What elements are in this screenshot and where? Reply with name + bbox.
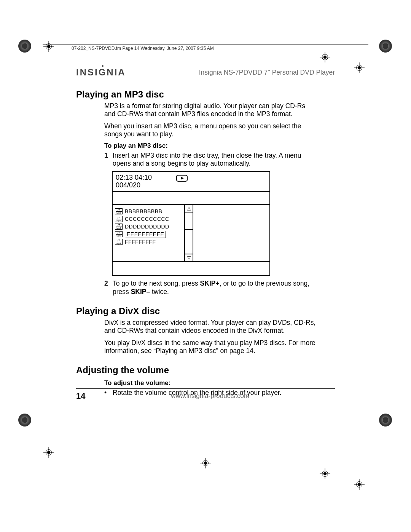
print-meta-header: 07-202_NS-7PDVDD.fm Page 14 Wednesday, J… (72, 46, 214, 51)
screen-list-row: ITMp3 BBBBBBBBBB ITMp3 CCCCCCCCCCC ITMp3… (113, 205, 269, 262)
preview-pane (193, 205, 269, 261)
product-name: Insignia NS-7PDVDD 7" Personal DVD Playe… (199, 69, 335, 77)
crop-crosshair (200, 458, 211, 468)
screen-status-text: 02:13 04:10 004/020 (116, 174, 152, 189)
mp3-badge-icon: ITMp3 (115, 231, 123, 237)
page-content: INSIGNIA Insignia NS-7PDVDD 7" Personal … (76, 67, 335, 400)
screen-status-row: 02:13 04:10 004/020 (113, 172, 269, 192)
screen-blank-row (113, 192, 269, 205)
mp3-body: MP3 is a format for storing digital audi… (104, 102, 317, 296)
step-text: Insert an MP3 disc into the disc tray, t… (113, 152, 317, 168)
crop-crosshair (43, 41, 54, 52)
mp3-badge-icon: ITMp3 (115, 224, 123, 230)
scroll-down-icon: ▽ (185, 254, 193, 261)
screen-bottom-row (113, 262, 269, 275)
file-name: DDDDDDDDDDD (125, 224, 169, 230)
screen-track: 004/020 (116, 182, 152, 189)
mp3-para-2: When you insert an MP3 disc, a menu open… (104, 122, 317, 139)
screen-time: 02:13 04:10 (116, 174, 152, 182)
file-name: BBBBBBBBBB (125, 208, 162, 215)
step-number: 2 (104, 280, 113, 296)
file-name: CCCCCCCCCCC (125, 216, 169, 222)
heading-divx: Playing a DivX disc (76, 306, 335, 316)
crop-crosshair (320, 468, 330, 479)
crop-ornament (379, 40, 392, 53)
key-skip-minus: SKIP– (131, 288, 150, 296)
crop-rule (43, 44, 368, 45)
crop-crosshair (320, 52, 330, 62)
file-item: ITMp3 DDDDDDDDDDD (115, 223, 182, 230)
step-number: 1 (104, 152, 113, 168)
svg-marker-1 (181, 177, 184, 180)
file-item: ITMp3 FFFFFFFFF (115, 238, 182, 245)
divx-body: DivX is a compressed video format. Your … (104, 319, 317, 355)
crop-crosshair (354, 479, 365, 490)
crop-ornament (18, 40, 31, 53)
step-text: To go to the next song, press SKIP+, or … (113, 280, 317, 296)
page-number: 14 (76, 391, 85, 401)
crop-crosshair (354, 62, 365, 73)
heading-mp3: Playing an MP3 disc (76, 89, 335, 100)
crop-crosshair (43, 447, 54, 458)
mp3-badge-icon: ITMp3 (115, 216, 123, 222)
mp3-step-1: 1 Insert an MP3 disc into the disc tray,… (104, 152, 317, 168)
scrollbar: △ ▽ (184, 205, 193, 261)
footer-url: www.insignia-products.com (171, 392, 249, 400)
mp3-subhead: To play an MP3 disc: (104, 142, 317, 150)
divx-para-1: DivX is a compressed video format. Your … (104, 319, 317, 335)
divx-para-2: You play DivX discs in the same way that… (104, 339, 317, 355)
file-item-selected: ITMp3 EEEEEEEEEE (115, 231, 182, 238)
scroll-up-icon: △ (185, 205, 193, 212)
mp3-menu-screenshot: 02:13 04:10 004/020 ITMp3 BBBBBBBBBB (112, 171, 270, 276)
file-name: EEEEEEEEEE (125, 231, 166, 238)
play-icon (176, 175, 188, 184)
scroll-track (185, 212, 193, 254)
crop-ornament (18, 414, 31, 427)
volume-subhead: To adjust the volume: (104, 379, 317, 387)
page-footer: 14 www.insignia-products.com (76, 388, 335, 401)
key-skip-plus: SKIP+ (200, 280, 220, 287)
heading-volume: Adjusting the volume (76, 365, 335, 375)
file-item: ITMp3 CCCCCCCCCCC (115, 216, 182, 222)
brand-logo: INSIGNIA (76, 67, 126, 78)
file-item: ITMp3 BBBBBBBBBB (115, 208, 182, 215)
file-name: FFFFFFFFF (125, 239, 156, 245)
mp3-badge-icon: ITMp3 (115, 208, 123, 214)
mp3-step-2: 2 To go to the next song, press SKIP+, o… (104, 280, 317, 296)
crop-ornament (379, 414, 392, 427)
mp3-badge-icon: ITMp3 (115, 239, 123, 245)
header-row: INSIGNIA Insignia NS-7PDVDD 7" Personal … (76, 67, 335, 79)
mp3-para-1: MP3 is a format for storing digital audi… (104, 102, 317, 118)
file-list: ITMp3 BBBBBBBBBB ITMp3 CCCCCCCCCCC ITMp3… (113, 205, 184, 261)
